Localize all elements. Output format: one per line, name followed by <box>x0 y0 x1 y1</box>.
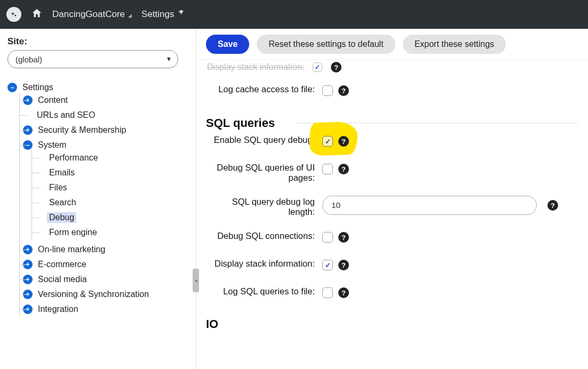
tree-item-content[interactable]: Content <box>36 95 70 106</box>
tree-expand-icon[interactable]: + <box>23 95 33 105</box>
tree-item-integration[interactable]: Integration <box>36 304 81 315</box>
help-icon[interactable]: ? <box>338 287 349 298</box>
checkbox-enable-sql-debug[interactable] <box>322 136 333 147</box>
help-icon[interactable]: ? <box>338 136 349 147</box>
clipped-checkbox[interactable]: ✓ <box>313 62 322 72</box>
tree-item-emails[interactable]: Emails <box>47 167 77 178</box>
tree-expand-icon[interactable]: + <box>23 275 33 284</box>
tree-expand-icon[interactable]: + <box>23 290 33 299</box>
reset-button[interactable]: Reset these settings to default <box>257 35 395 54</box>
label-log-sql-file: Log SQL queries to file: <box>206 285 322 296</box>
tree-item-form-engine[interactable]: Form engine <box>47 227 99 238</box>
top-bar: DancingGoatCore ◢ Settings <box>0 0 588 29</box>
help-icon[interactable]: ? <box>547 200 558 211</box>
checkbox-log-cache-file[interactable] <box>322 85 333 96</box>
checkbox-debug-sql-ui-pages[interactable] <box>322 164 333 174</box>
tree-expand-icon[interactable]: + <box>23 304 33 314</box>
app-logo-icon[interactable] <box>6 7 21 22</box>
section-sql-heading: SQL queries <box>206 116 578 130</box>
label-sql-log-length: SQL query debug log length: <box>206 196 322 217</box>
dropdown-caret-icon: ◢ <box>128 13 132 18</box>
tree-item-search[interactable]: Search <box>47 197 78 208</box>
tree-item-online-marketing[interactable]: On-line marketing <box>36 244 107 255</box>
breadcrumb-page-label: Settings <box>141 9 174 20</box>
checkbox-sql-stack-info[interactable] <box>322 260 333 270</box>
label-debug-sql-ui-pages: Debug SQL queries of UI pages: <box>206 162 322 183</box>
export-button[interactable]: Export these settings <box>403 35 506 54</box>
breadcrumb-app[interactable]: DancingGoatCore ◢ <box>52 9 132 20</box>
tree-expand-icon[interactable]: + <box>23 245 33 254</box>
home-icon[interactable] <box>31 7 43 21</box>
svg-point-0 <box>12 13 14 15</box>
tree-item-urls-seo[interactable]: URLs and SEO <box>35 110 97 121</box>
input-sql-log-length[interactable] <box>322 196 537 215</box>
tree-root[interactable]: Settings <box>20 82 55 93</box>
tree-collapse-icon[interactable]: – <box>7 83 17 92</box>
help-icon[interactable]: ? <box>338 232 349 243</box>
checkbox-log-sql-file[interactable] <box>322 287 333 298</box>
breadcrumb-page: Settings <box>141 9 185 20</box>
tree-item-security[interactable]: Security & Membership <box>36 125 128 135</box>
clipped-prev-row: Display stack information: ✓ ? <box>207 60 578 73</box>
help-icon[interactable]: ? <box>338 164 349 174</box>
settings-tree: – Settings +Content URLs and SEO +Securi… <box>7 80 188 319</box>
pin-icon[interactable] <box>178 9 186 20</box>
svg-point-1 <box>14 14 16 16</box>
label-enable-sql-debug: Enable SQL query debug: <box>206 134 322 145</box>
label-log-cache-file: Log cache access to file: <box>206 83 322 94</box>
checkbox-debug-sql-connections[interactable] <box>322 232 333 243</box>
tree-item-files[interactable]: Files <box>47 182 69 193</box>
label-debug-sql-connections: Debug SQL connections: <box>206 230 322 241</box>
help-icon[interactable]: ? <box>338 85 349 96</box>
tree-item-system[interactable]: System <box>36 140 68 150</box>
tree-expand-icon[interactable]: + <box>23 125 33 135</box>
save-button[interactable]: Save <box>206 35 249 54</box>
sidebar: Site: (global) – Settings +Content URLs … <box>0 29 196 369</box>
tree-item-debug[interactable]: Debug <box>47 212 76 223</box>
tree-item-performance[interactable]: Performance <box>47 153 100 163</box>
highlight-annotation <box>309 121 358 156</box>
tree-item-versioning[interactable]: Versioning & Synchronization <box>36 289 151 300</box>
tree-item-ecommerce[interactable]: E-commerce <box>36 259 89 270</box>
help-icon[interactable]: ? <box>331 62 341 73</box>
tree-expand-icon[interactable]: + <box>23 260 33 269</box>
tree-item-social-media[interactable]: Social media <box>36 274 89 285</box>
help-icon[interactable]: ? <box>338 260 349 270</box>
section-io-heading: IO <box>206 317 578 331</box>
site-select[interactable]: (global) <box>7 50 178 68</box>
breadcrumb-app-label: DancingGoatCore <box>52 9 125 20</box>
content-toolbar: Save Reset these settings to default Exp… <box>196 29 588 60</box>
settings-panel: Display stack information: ✓ ? Log cache… <box>196 60 588 369</box>
label-sql-stack-info: Display stack information: <box>206 258 322 269</box>
site-label: Site: <box>7 36 188 47</box>
tree-collapse-icon[interactable]: – <box>23 140 33 150</box>
